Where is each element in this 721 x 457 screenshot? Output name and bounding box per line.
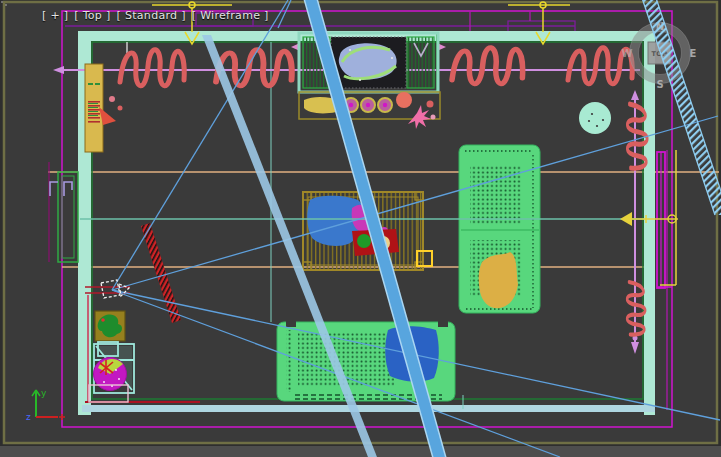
fruit-green	[357, 234, 371, 248]
viewport-menu-pov[interactable]: [ Top ]	[74, 9, 110, 22]
viewport-label: [ + ] [ Top ] [ Standard ] [ Wireframe ]	[42, 9, 269, 22]
sofa-bottom[interactable]	[277, 320, 455, 401]
stool-icon	[361, 98, 375, 112]
ball[interactable]	[579, 102, 611, 134]
viewport-menu-general[interactable]: [ + ]	[42, 9, 68, 22]
flower-dot-icon	[109, 96, 115, 102]
stool-icon	[378, 98, 392, 112]
axis-z-label: z	[26, 412, 31, 422]
viewport-menu-render-preset[interactable]: [ Standard ]	[117, 9, 186, 22]
viewcube-west-label[interactable]: W	[621, 48, 632, 59]
viewport-canvas[interactable]: TOP N E S W y z	[0, 0, 721, 457]
flower-dot-icon	[118, 106, 123, 111]
max-viewport-window: TOP N E S W y z [ + ] [ Top ] [ Standard…	[0, 0, 721, 457]
viewcube-east-label[interactable]: E	[690, 48, 697, 59]
vanity-mirror	[331, 37, 406, 88]
status-strip	[0, 446, 721, 457]
sofa-texture	[286, 330, 292, 392]
axis-y-label: y	[41, 388, 47, 398]
tan-cloth	[479, 252, 518, 308]
vanity-side-panel	[407, 37, 434, 88]
viewcube-south-label[interactable]: S	[656, 79, 663, 90]
sofa-notch	[438, 320, 448, 327]
viewport-menu-shading[interactable]: [ Wireframe ]	[192, 9, 269, 22]
sofa-notch	[286, 320, 296, 327]
